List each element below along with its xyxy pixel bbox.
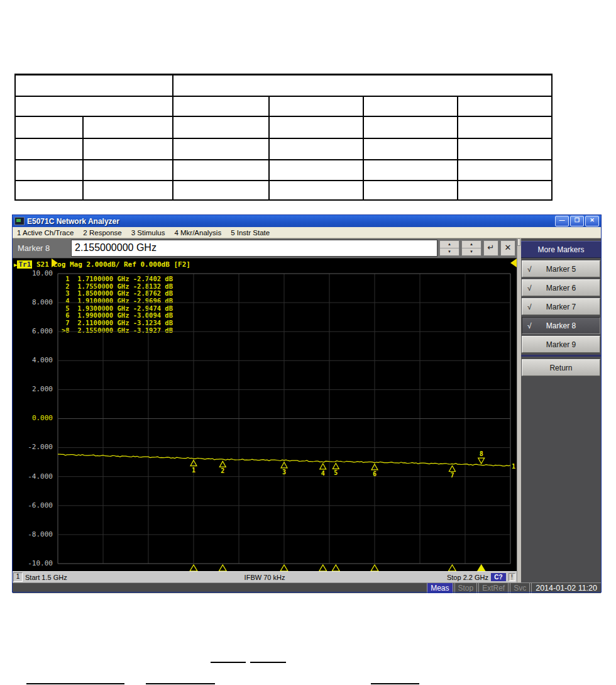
window-controls: — ❐ ✕ xyxy=(555,216,599,226)
softkey-label: Marker 7 xyxy=(546,303,576,311)
doc-table-cell xyxy=(458,96,552,116)
doc-table-cell xyxy=(458,181,552,200)
doc-table-cell xyxy=(269,96,363,116)
doc-table-cell xyxy=(173,138,269,160)
doc-table-cell xyxy=(269,138,363,160)
plot-area: ▶Tr1 S21 Log Mag 2.000dB/ Ref 0.000dB [F… xyxy=(13,259,517,571)
check-icon: √ xyxy=(527,303,532,311)
y-axis-label: -6.000 xyxy=(13,501,53,510)
doc-table-cell xyxy=(363,138,458,160)
doc-table-cell xyxy=(363,181,458,200)
marker-tick-icon xyxy=(332,565,339,571)
softkey-marker-6[interactable]: √Marker 6 xyxy=(522,279,600,296)
doc-table-cell xyxy=(269,160,363,181)
entry-close-button[interactable]: ✕ xyxy=(500,240,515,256)
doc-table-row xyxy=(15,138,552,160)
marker-number-label: 6 xyxy=(373,471,377,477)
marker-icon[interactable] xyxy=(449,465,455,471)
minimize-button[interactable]: — xyxy=(555,216,569,226)
stop-frequency-label: Stop 2.2 GHz xyxy=(447,574,488,581)
softkey-scrollbar[interactable] xyxy=(517,238,521,582)
softkey-label: Marker 6 xyxy=(546,284,576,292)
coarse-stepper[interactable]: ▲ ▼ xyxy=(439,240,459,256)
doc-table-cell xyxy=(458,138,552,160)
doc-table xyxy=(14,74,553,201)
status-datetime: 2014-01-02 11:20 xyxy=(531,583,601,593)
blank-underline xyxy=(211,662,246,663)
restore-button[interactable]: ❐ xyxy=(570,216,584,226)
doc-table-row xyxy=(15,181,552,200)
menu-item[interactable]: 2 Response xyxy=(83,229,121,237)
doc-table-cell xyxy=(363,160,458,181)
doc-table-cell xyxy=(15,160,83,181)
menu-item[interactable]: 4 Mkr/Analysis xyxy=(174,229,221,237)
softkey-marker-7[interactable]: √Marker 7 xyxy=(522,298,600,315)
alert-badge: ! xyxy=(509,573,515,581)
check-icon: √ xyxy=(527,321,532,330)
ref-level-arrow-left-icon xyxy=(52,259,58,267)
channel-status-bar: 1 Start 1.5 GHz IFBW 70 kHz Stop 2.2 GHz… xyxy=(13,571,517,582)
marker-number-label: 8 xyxy=(480,450,483,457)
softkey-label: Return xyxy=(549,364,572,372)
marker-icon[interactable] xyxy=(320,464,326,469)
doc-table-cell xyxy=(458,160,552,181)
enter-button[interactable]: ↵ xyxy=(483,240,498,256)
marker-icon[interactable] xyxy=(333,463,339,469)
doc-table-cell xyxy=(173,116,269,138)
ref-level-arrow-right-icon xyxy=(510,259,517,267)
softkey-marker-8[interactable]: √Marker 8 xyxy=(522,317,600,334)
grid-and-trace-svg: 123456781 xyxy=(58,274,510,564)
fine-stepper[interactable]: ▲ ▼ xyxy=(461,240,481,256)
doc-table-cell xyxy=(173,96,269,116)
document-page: E5071C Network Analyzer — ❐ ✕ 1 Active C… xyxy=(0,0,616,685)
check-icon: √ xyxy=(527,284,532,292)
step-down-icon[interactable]: ▼ xyxy=(440,248,459,255)
doc-table-row xyxy=(15,116,552,138)
marker-icon[interactable] xyxy=(219,461,226,467)
marker-tick-icon xyxy=(371,565,378,571)
step-down-icon[interactable]: ▼ xyxy=(462,248,481,255)
y-axis-label: -8.000 xyxy=(13,530,53,538)
menu-item[interactable]: 3 Stimulus xyxy=(131,229,165,237)
softkey-return[interactable]: Return xyxy=(522,359,600,376)
status-chips: MeasStopExtRefSvc xyxy=(427,583,531,593)
trace-end-number: 1 xyxy=(512,463,515,470)
status-chip-extref: ExtRef xyxy=(478,583,509,593)
doc-table-row xyxy=(15,96,552,116)
left-column: Marker 8 ▲ ▼ ▲ ▼ ↵ ✕ ▶Tr1 S21 Log Mag 2.… xyxy=(13,238,517,582)
marker-ticks-svg xyxy=(58,564,510,571)
marker-tick-icon xyxy=(319,565,327,571)
menu-item[interactable]: 1 Active Ch/Trace xyxy=(17,229,74,237)
menu-item[interactable]: 5 Instr State xyxy=(231,229,270,237)
doc-table-cell xyxy=(458,116,552,138)
blank-underline xyxy=(250,662,286,663)
marker-tick-icon xyxy=(190,565,197,571)
marker-frequency-input[interactable] xyxy=(71,240,437,257)
y-axis-label: -4.000 xyxy=(13,472,53,481)
y-axis-label: 10.00 xyxy=(13,269,53,277)
doc-table-row xyxy=(15,75,552,96)
doc-table-cell xyxy=(83,138,173,160)
status-chip-stop: Stop xyxy=(454,583,478,593)
marker-entry-label: Marker 8 xyxy=(14,243,69,253)
start-frequency-label: Start 1.5 GHz xyxy=(25,574,67,581)
step-up-icon[interactable]: ▲ xyxy=(462,241,481,248)
trace-header: ▶Tr1 S21 Log Mag 2.000dB/ Ref 0.000dB [F… xyxy=(14,260,190,269)
softkey-scrollbar-thumb[interactable] xyxy=(517,238,520,246)
instrument-status-bar: MeasStopExtRefSvc 2014-01-02 11:20 xyxy=(13,582,601,593)
active-marker-icon[interactable] xyxy=(478,458,485,464)
doc-table-cell xyxy=(15,181,83,200)
softkey-marker-5[interactable]: √Marker 5 xyxy=(522,260,600,277)
close-button[interactable]: ✕ xyxy=(585,216,599,226)
marker-entry-toolbar: Marker 8 ▲ ▼ ▲ ▼ ↵ ✕ xyxy=(13,238,517,259)
doc-table-cell xyxy=(83,116,173,138)
menu-bar: 1 Active Ch/Trace2 Response3 Stimulus4 M… xyxy=(13,227,601,238)
active-marker-tick-icon xyxy=(478,565,485,571)
softkey-list: √Marker 5√Marker 6√Marker 7√Marker 8Mark… xyxy=(521,260,601,378)
content-row: Marker 8 ▲ ▼ ▲ ▼ ↵ ✕ ▶Tr1 S21 Log Mag 2.… xyxy=(13,238,601,582)
step-up-icon[interactable]: ▲ xyxy=(440,241,459,248)
doc-table-cell xyxy=(363,96,458,116)
softkey-marker-9[interactable]: Marker 9 xyxy=(522,336,600,353)
doc-table-cell xyxy=(15,116,83,138)
doc-table-cell xyxy=(173,160,269,181)
